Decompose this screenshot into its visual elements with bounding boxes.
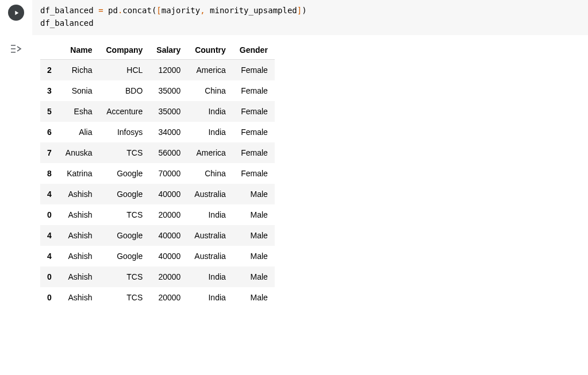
table-cell: Ashish: [59, 266, 99, 287]
table-cell: Google: [99, 225, 150, 246]
table-cell: TCS: [99, 204, 150, 225]
table-cell: China: [187, 80, 232, 101]
code-cell: df_balanced = pd.concat([majority, minor…: [0, 0, 588, 35]
table-cell: 20000: [149, 266, 187, 287]
table-cell: 56000: [149, 142, 187, 163]
code-line-1: df_balanced = pd.concat([majority, minor…: [40, 5, 580, 17]
table-cell: Female: [233, 142, 275, 163]
table-cell: Alia: [59, 122, 99, 142]
code-line-2: df_balanced: [40, 17, 580, 30]
output-area: NameCompanySalaryCountryGender 2RichaHCL…: [32, 35, 588, 316]
table-cell: TCS: [99, 287, 150, 308]
table-cell: 70000: [149, 163, 187, 184]
table-cell: 40000: [149, 246, 187, 266]
table-cell: 35000: [149, 101, 187, 122]
play-icon: [13, 9, 20, 17]
table-cell: Ashish: [59, 246, 99, 266]
table-cell: Ashish: [59, 184, 99, 204]
table-row: 6AliaInfosys34000IndiaFemale: [40, 122, 275, 142]
table-cell: Male: [233, 266, 275, 287]
row-index: 3: [40, 80, 59, 101]
table-row: 5EshaAccenture35000IndiaFemale: [40, 101, 275, 122]
table-cell: Google: [99, 163, 150, 184]
row-index: 5: [40, 101, 59, 122]
table-cell: Australia: [187, 184, 232, 204]
toggle-output-icon[interactable]: [9, 42, 32, 57]
table-cell: America: [187, 142, 232, 163]
table-cell: HCL: [99, 60, 150, 81]
column-header: Name: [59, 41, 99, 60]
table-row: 0AshishTCS20000IndiaMale: [40, 204, 275, 225]
table-row: 8KatrinaGoogle70000ChinaFemale: [40, 163, 275, 184]
table-cell: 40000: [149, 225, 187, 246]
column-header: Salary: [149, 41, 187, 60]
table-cell: Female: [233, 80, 275, 101]
row-index: 4: [40, 246, 59, 266]
table-cell: Australia: [187, 225, 232, 246]
table-cell: India: [187, 287, 232, 308]
table-cell: 20000: [149, 204, 187, 225]
table-cell: Google: [99, 184, 150, 204]
table-cell: India: [187, 101, 232, 122]
table-cell: Katrina: [59, 163, 99, 184]
row-index: 0: [40, 266, 59, 287]
table-cell: Male: [233, 184, 275, 204]
output-gutter: [0, 35, 32, 316]
row-index: 0: [40, 204, 59, 225]
table-cell: Accenture: [99, 101, 150, 122]
table-cell: Ashish: [59, 287, 99, 308]
table-cell: TCS: [99, 266, 150, 287]
table-cell: China: [187, 163, 232, 184]
table-row: 4AshishGoogle40000AustraliaMale: [40, 184, 275, 204]
table-cell: Anuska: [59, 142, 99, 163]
table-cell: Google: [99, 246, 150, 266]
table-cell: 35000: [149, 80, 187, 101]
output-cell: NameCompanySalaryCountryGender 2RichaHCL…: [0, 35, 588, 316]
table-cell: Infosys: [99, 122, 150, 142]
row-index: 6: [40, 122, 59, 142]
row-index: 8: [40, 163, 59, 184]
table-cell: Australia: [187, 246, 232, 266]
dataframe-table: NameCompanySalaryCountryGender 2RichaHCL…: [40, 41, 275, 308]
index-header: [40, 41, 59, 60]
table-row: 3SoniaBDO35000ChinaFemale: [40, 80, 275, 101]
cell-gutter: [0, 0, 32, 35]
table-row: 7AnuskaTCS56000AmericaFemale: [40, 142, 275, 163]
table-body: 2RichaHCL12000AmericaFemale3SoniaBDO3500…: [40, 60, 275, 308]
column-header: Country: [187, 41, 232, 60]
column-header: Gender: [233, 41, 275, 60]
table-cell: Male: [233, 204, 275, 225]
run-button[interactable]: [8, 5, 24, 21]
table-cell: Female: [233, 60, 275, 81]
table-cell: India: [187, 266, 232, 287]
table-row: 0AshishTCS20000IndiaMale: [40, 266, 275, 287]
table-row: 4AshishGoogle40000AustraliaMale: [40, 225, 275, 246]
table-row: 4AshishGoogle40000AustraliaMale: [40, 246, 275, 266]
table-cell: 40000: [149, 184, 187, 204]
row-index: 0: [40, 287, 59, 308]
table-cell: 12000: [149, 60, 187, 81]
table-cell: Male: [233, 246, 275, 266]
table-cell: BDO: [99, 80, 150, 101]
table-cell: Male: [233, 225, 275, 246]
row-index: 7: [40, 142, 59, 163]
table-cell: Female: [233, 101, 275, 122]
table-cell: Female: [233, 163, 275, 184]
table-row: 2RichaHCL12000AmericaFemale: [40, 60, 275, 81]
table-cell: Ashish: [59, 204, 99, 225]
table-cell: Richa: [59, 60, 99, 81]
table-cell: Male: [233, 287, 275, 308]
table-cell: Sonia: [59, 80, 99, 101]
table-cell: India: [187, 122, 232, 142]
table-cell: America: [187, 60, 232, 81]
row-index: 2: [40, 60, 59, 81]
column-header: Company: [99, 41, 150, 60]
table-cell: TCS: [99, 142, 150, 163]
row-index: 4: [40, 225, 59, 246]
row-index: 4: [40, 184, 59, 204]
code-editor[interactable]: df_balanced = pd.concat([majority, minor…: [32, 0, 588, 35]
table-cell: Ashish: [59, 225, 99, 246]
table-cell: 34000: [149, 122, 187, 142]
table-cell: Esha: [59, 101, 99, 122]
table-cell: India: [187, 204, 232, 225]
